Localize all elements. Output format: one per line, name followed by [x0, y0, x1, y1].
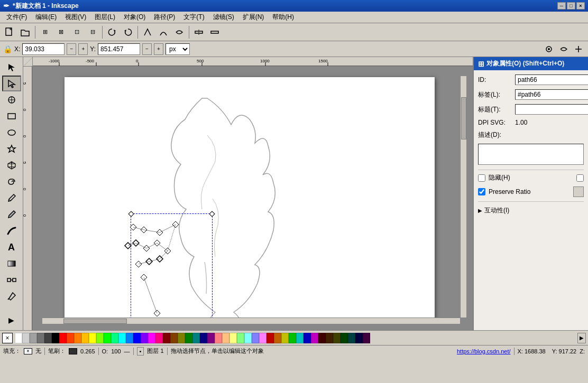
tool-rotate-ccw[interactable]	[105, 25, 120, 40]
snap-button1[interactable]	[543, 43, 555, 55]
menu-edit[interactable]: 编辑(E)	[31, 12, 61, 23]
color-swatch[interactable]	[192, 333, 200, 343]
color-swatch[interactable]	[104, 333, 111, 343]
tool-cusp[interactable]	[140, 25, 155, 40]
tool-smooth[interactable]	[156, 25, 171, 40]
color-swatch[interactable]	[304, 333, 311, 343]
color-swatch[interactable]	[341, 333, 348, 343]
lock-icon[interactable]: 🔒	[3, 45, 12, 53]
menu-help[interactable]: 帮助(H)	[268, 12, 298, 23]
color-swatch[interactable]	[52, 333, 59, 343]
menu-view[interactable]: 视图(V)	[61, 12, 90, 23]
color-swatch[interactable]	[170, 333, 178, 343]
color-swatch[interactable]	[163, 333, 170, 343]
color-swatch[interactable]	[311, 333, 318, 343]
y-input[interactable]	[98, 43, 140, 55]
palette-scroll-right[interactable]: ▶	[577, 333, 586, 343]
color-swatch[interactable]	[74, 333, 81, 343]
minimize-button[interactable]: ─	[557, 2, 566, 10]
menu-layer[interactable]: 图层(L)	[90, 12, 120, 23]
color-swatch[interactable]	[252, 333, 259, 343]
menu-path[interactable]: 路径(P)	[150, 12, 179, 23]
color-swatch[interactable]	[111, 333, 118, 343]
color-swatch[interactable]	[207, 333, 215, 343]
color-swatch[interactable]	[15, 333, 22, 343]
color-swatch[interactable]	[267, 333, 274, 343]
tool-connector[interactable]	[2, 272, 21, 288]
tool-open[interactable]	[18, 25, 33, 40]
canvas[interactable]	[33, 67, 466, 324]
tool-selector[interactable]	[2, 59, 21, 75]
tool-text[interactable]: A	[2, 239, 21, 255]
color-swatch[interactable]	[229, 333, 237, 343]
color-swatch[interactable]	[22, 333, 30, 343]
tool-ellipse[interactable]	[2, 125, 21, 141]
extra-checkbox[interactable]	[576, 174, 584, 182]
tool-node[interactable]	[2, 76, 21, 91]
color-swatch[interactable]	[59, 333, 67, 343]
tool-new[interactable]	[2, 25, 17, 40]
close-button[interactable]: ×	[576, 2, 585, 10]
color-swatch[interactable]	[178, 333, 185, 343]
color-swatch[interactable]	[96, 333, 104, 343]
canvas-area[interactable]: -1000 -500 0 500 1000 1500 5 0 0 5	[23, 57, 473, 330]
hidden-checkbox[interactable]	[478, 174, 485, 182]
tool-node-align2[interactable]: ⊠	[53, 25, 68, 40]
color-swatch[interactable]	[215, 333, 222, 343]
color-swatch[interactable]	[185, 333, 192, 343]
tool-join[interactable]	[207, 25, 222, 40]
color-swatch[interactable]	[155, 333, 163, 343]
menu-file[interactable]: 文件(F)	[2, 12, 31, 23]
menu-text[interactable]: 文字(T)	[179, 12, 208, 23]
preserve-ratio-checkbox[interactable]	[478, 188, 485, 195]
tool-rect[interactable]	[2, 108, 21, 124]
menu-filter[interactable]: 滤镜(S)	[209, 12, 238, 23]
color-swatch[interactable]	[333, 333, 341, 343]
color-swatch[interactable]	[118, 333, 126, 343]
snap-button2[interactable]	[557, 43, 570, 55]
color-swatch[interactable]	[44, 333, 52, 343]
tool-tweak[interactable]	[2, 92, 21, 108]
color-swatch[interactable]	[237, 333, 244, 343]
menu-object[interactable]: 对象(O)	[120, 12, 150, 23]
color-swatch[interactable]	[222, 333, 229, 343]
unit-select[interactable]: px mm cm in	[166, 43, 190, 55]
tool-node-align1[interactable]: ⊞	[38, 25, 52, 40]
tool-dropper[interactable]	[2, 288, 21, 304]
tool-gradient[interactable]	[2, 256, 21, 272]
color-swatch[interactable]	[133, 333, 141, 343]
color-swatch[interactable]	[363, 333, 370, 343]
color-swatch[interactable]	[259, 333, 267, 343]
color-swatch[interactable]	[326, 333, 333, 343]
tool-pencil[interactable]	[2, 190, 21, 206]
color-swatch[interactable]	[281, 333, 289, 343]
horizontal-scrollbar[interactable]	[42, 317, 460, 324]
tool-symmetric[interactable]	[172, 25, 187, 40]
color-swatch[interactable]	[148, 333, 155, 343]
preserve-extra-btn[interactable]	[573, 186, 584, 197]
color-swatch[interactable]	[141, 333, 148, 343]
maximize-button[interactable]: □	[567, 2, 575, 10]
tool-node-align4[interactable]: ⊟	[85, 25, 100, 40]
title-input[interactable]	[515, 104, 588, 115]
color-swatch[interactable]	[126, 333, 133, 343]
x-decrement[interactable]: −	[67, 43, 76, 55]
color-swatch[interactable]	[89, 333, 96, 343]
tool-calligraphy[interactable]	[2, 223, 21, 239]
y-decrement[interactable]: −	[142, 43, 152, 55]
color-swatch[interactable]	[355, 333, 363, 343]
vertical-scrollbar[interactable]	[460, 76, 466, 317]
tool-rotate-cw[interactable]	[121, 25, 135, 40]
x-input[interactable]	[22, 43, 65, 55]
y-increment[interactable]: +	[154, 43, 163, 55]
tool-node-align3[interactable]: ⊡	[69, 25, 84, 40]
color-swatch[interactable]	[289, 333, 296, 343]
color-swatch[interactable]	[318, 333, 326, 343]
color-swatch[interactable]	[37, 333, 44, 343]
tool-pen[interactable]	[2, 207, 21, 222]
interactive-section[interactable]: ▶ 互动性(I)	[478, 205, 584, 216]
tool-3dbox[interactable]	[2, 157, 21, 173]
x-increment[interactable]: +	[78, 43, 88, 55]
desc-textarea[interactable]	[478, 144, 584, 165]
id-input[interactable]	[515, 74, 588, 85]
